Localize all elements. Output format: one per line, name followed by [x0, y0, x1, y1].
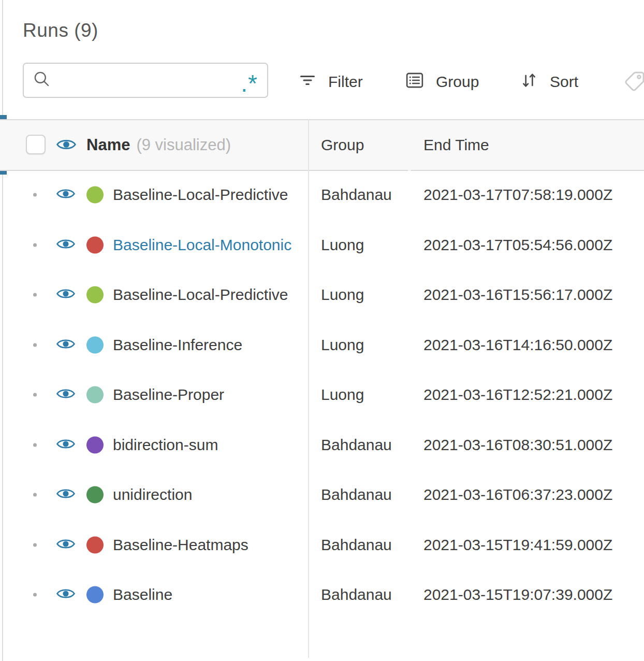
select-all-checkbox[interactable] [26, 135, 46, 154]
run-name-link[interactable]: unidirection [113, 486, 192, 504]
table-row: Baseline-Inference Luong 2021-03-16T14:1… [0, 320, 644, 370]
group-column-header[interactable]: Group [321, 120, 364, 170]
run-end-time-cell: 2021-03-16T06:37:23.000Z [423, 486, 612, 504]
visibility-eye-icon[interactable] [56, 337, 75, 353]
drag-handle-dot[interactable] [33, 443, 37, 447]
table-row: Baseline-Local-Monotonic Luong 2021-03-1… [0, 220, 644, 270]
run-group-cell: Luong [321, 386, 364, 404]
run-group-cell: Bahdanau [321, 536, 392, 554]
sort-button-label: Sort [550, 73, 578, 91]
run-end-time-cell: 2021-03-17T07:58:19.000Z [423, 186, 612, 204]
filter-icon [297, 70, 318, 94]
visibility-eye-icon[interactable] [56, 287, 75, 303]
run-group-cell: Luong [321, 286, 364, 304]
filter-button[interactable]: Filter [297, 68, 363, 95]
name-column-label: Name [86, 136, 130, 154]
drag-handle-dot[interactable] [33, 493, 37, 497]
drag-handle-dot[interactable] [33, 243, 37, 247]
run-end-time-cell: 2021-03-16T14:16:50.000Z [423, 336, 612, 354]
runs-table-body: Baseline-Local-Predictive Bahdanau 2021-… [0, 170, 644, 620]
run-end-time-cell: 2021-03-15T19:07:39.000Z [423, 586, 612, 603]
visibility-eye-icon[interactable] [56, 537, 75, 553]
table-row: Baseline-Heatmaps Bahdanau 2021-03-15T19… [0, 520, 644, 570]
group-button[interactable]: Group [404, 68, 479, 95]
visibility-eye-icon[interactable] [56, 187, 75, 203]
drag-handle-dot[interactable] [33, 193, 37, 197]
visibility-eye-icon[interactable] [56, 237, 75, 253]
run-end-time-cell: 2021-03-16T12:52:21.000Z [423, 386, 612, 404]
drag-handle-dot[interactable] [33, 543, 37, 547]
run-color-dot[interactable] [86, 236, 104, 253]
run-name-link[interactable]: Baseline [113, 586, 172, 603]
table-row: Baseline-Local-Predictive Luong 2021-03-… [0, 270, 644, 320]
visibility-eye-icon[interactable] [56, 437, 75, 453]
run-name-link[interactable]: Baseline-Local-Predictive [113, 286, 288, 304]
run-color-dot[interactable] [86, 436, 104, 453]
run-name-link[interactable]: Baseline-Local-Monotonic [113, 236, 291, 254]
run-group-cell: Bahdanau [321, 436, 392, 454]
run-color-dot[interactable] [86, 336, 104, 353]
end-time-column-header[interactable]: End Time [423, 120, 489, 170]
visibility-eye-icon[interactable] [56, 587, 75, 602]
search-icon [32, 69, 52, 91]
run-group-cell: Luong [321, 236, 364, 254]
run-color-dot[interactable] [86, 486, 104, 504]
visibility-eye-icon[interactable] [56, 487, 75, 502]
group-button-label: Group [436, 73, 479, 91]
tag-icon [623, 87, 644, 94]
run-end-time-cell: 2021-03-16T15:56:17.000Z [423, 286, 612, 304]
run-end-time-cell: 2021-03-15T19:41:59.000Z [423, 536, 612, 554]
runs-panel: Runs (9) .* Filter [0, 0, 644, 661]
page-title: Runs (9) [23, 20, 98, 41]
drag-handle-dot[interactable] [33, 293, 37, 297]
table-row: Baseline-Local-Predictive Bahdanau 2021-… [0, 170, 644, 220]
run-color-dot[interactable] [86, 386, 104, 404]
name-column-header[interactable]: Name (9 visualized) [86, 120, 231, 170]
run-group-cell: Luong [321, 336, 364, 354]
run-group-cell: Bahdanau [321, 486, 392, 504]
run-color-dot[interactable] [86, 186, 104, 204]
run-name-link[interactable]: Baseline-Inference [113, 336, 242, 354]
drag-handle-dot[interactable] [33, 343, 37, 347]
name-column-divider[interactable] [308, 119, 309, 658]
search-input[interactable] [52, 72, 241, 89]
run-name-link[interactable]: Baseline-Local-Predictive [113, 186, 288, 204]
tag-button[interactable] [619, 69, 644, 94]
run-name-link[interactable]: Baseline-Heatmaps [113, 536, 248, 554]
run-end-time-cell: 2021-03-17T05:54:56.000Z [423, 236, 612, 254]
drag-handle-dot[interactable] [33, 393, 37, 397]
run-name-link[interactable]: bidirection-sum [113, 436, 218, 454]
run-color-dot[interactable] [86, 286, 104, 304]
drag-handle-dot[interactable] [33, 593, 37, 597]
run-color-dot[interactable] [86, 536, 104, 553]
toggle-all-visibility-eye-icon[interactable] [56, 137, 76, 154]
visualized-count-label: (9 visualized) [136, 136, 231, 154]
search-box: .* [23, 63, 268, 98]
table-row: unidirection Bahdanau 2021-03-16T06:37:2… [0, 470, 644, 520]
run-group-cell: Bahdanau [321, 186, 392, 204]
run-color-dot[interactable] [86, 586, 104, 603]
sort-icon [519, 70, 539, 94]
regex-toggle-icon[interactable]: .* [241, 76, 258, 91]
table-row: Baseline Bahdanau 2021-03-15T19:07:39.00… [0, 570, 644, 620]
table-row: bidirection-sum Bahdanau 2021-03-16T08:3… [0, 420, 644, 470]
visibility-eye-icon[interactable] [56, 387, 75, 403]
table-header-row: Name (9 visualized) Group End Time [0, 119, 644, 171]
run-end-time-cell: 2021-03-16T08:30:51.000Z [423, 436, 612, 454]
group-icon [404, 69, 426, 95]
run-group-cell: Bahdanau [321, 586, 392, 603]
sort-button[interactable]: Sort [519, 68, 578, 95]
run-name-link[interactable]: Baseline-Proper [113, 386, 224, 404]
filter-button-label: Filter [328, 73, 363, 91]
table-row: Baseline-Proper Luong 2021-03-16T12:52:2… [0, 370, 644, 420]
